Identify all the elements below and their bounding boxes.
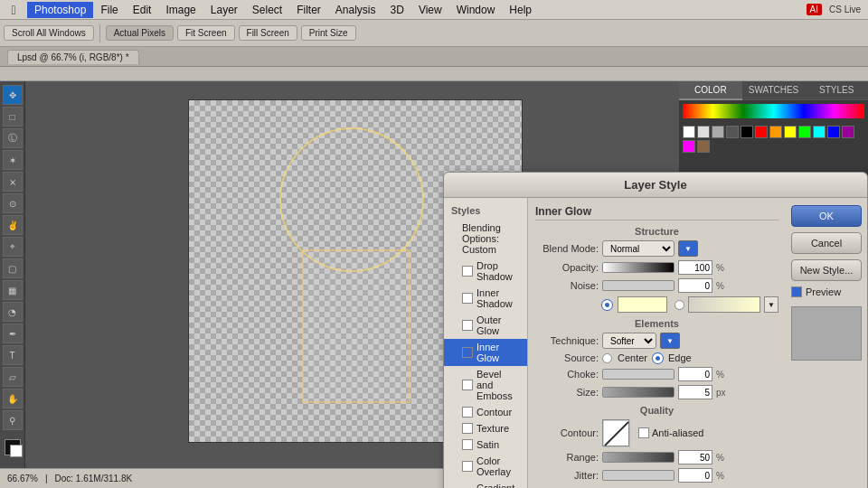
new-style-button[interactable]: New Style... (791, 259, 862, 281)
marquee-tool[interactable]: □ (3, 107, 23, 127)
lasso-tool[interactable]: Ⓛ (3, 128, 23, 148)
cancel-button[interactable]: Cancel (791, 232, 862, 254)
outer-glow-checkbox[interactable] (462, 320, 473, 331)
gradient-tool[interactable]: ▦ (3, 280, 23, 300)
swatch-darkgray[interactable] (726, 126, 739, 138)
menu-3d[interactable]: 3D (383, 2, 411, 18)
inner-glow-checkbox[interactable] (462, 347, 473, 358)
contour-checkbox[interactable] (462, 407, 473, 418)
swatch-yellow[interactable] (784, 126, 797, 138)
menu-select[interactable]: Select (245, 2, 289, 18)
dodge-tool[interactable]: ◔ (3, 302, 23, 322)
noise-slider[interactable] (602, 280, 675, 291)
gradient-radio[interactable] (675, 300, 684, 310)
glow-color-preview[interactable] (618, 296, 667, 313)
swatch-purple[interactable] (842, 126, 854, 138)
pen-tool[interactable]: ✒ (3, 324, 23, 343)
style-satin[interactable]: Satin (444, 436, 527, 453)
choke-input[interactable] (678, 367, 712, 381)
style-contour[interactable]: Contour (444, 404, 527, 420)
source-edge-radio[interactable] (653, 353, 663, 363)
menu-file[interactable]: File (93, 2, 125, 18)
opacity-input[interactable] (678, 260, 712, 275)
menu-photoshop[interactable]: Photoshop (27, 2, 93, 18)
source-center-radio[interactable] (602, 353, 612, 363)
swatch-white[interactable] (683, 126, 695, 138)
menu-layer[interactable]: Layer (203, 2, 245, 18)
hand-tool[interactable]: ✋ (3, 389, 23, 408)
color-overlay-checkbox[interactable] (462, 461, 473, 472)
contour-preview[interactable] (602, 419, 629, 446)
satin-checkbox[interactable] (462, 439, 473, 450)
style-bevel-emboss[interactable]: Bevel and Emboss (444, 366, 527, 404)
gradient-arrow[interactable]: ▼ (764, 296, 778, 313)
print-size-btn[interactable]: Print Size (301, 25, 356, 41)
fill-screen-btn[interactable]: Fill Screen (239, 25, 297, 41)
swatch-green[interactable] (798, 126, 811, 138)
zoom-tool[interactable]: ⚲ (3, 410, 23, 430)
blend-mode-select[interactable]: Normal (602, 240, 675, 257)
swatch-gray[interactable] (712, 126, 724, 138)
brush-tool[interactable]: ✌ (3, 215, 23, 235)
swatch-brown[interactable] (697, 140, 710, 153)
color-spectrum-bar[interactable] (683, 104, 864, 118)
texture-checkbox[interactable] (462, 423, 473, 434)
crop-tool[interactable]: ⨯ (3, 172, 23, 192)
noise-input[interactable] (678, 278, 712, 293)
inner-shadow-checkbox[interactable] (462, 293, 473, 304)
tab-color[interactable]: COLOR (679, 81, 742, 100)
style-drop-shadow[interactable]: Drop Shadow (444, 258, 527, 285)
move-tool[interactable]: ✥ (3, 85, 23, 105)
menu-edit[interactable]: Edit (126, 2, 159, 18)
range-slider[interactable] (602, 452, 675, 463)
style-blending-options[interactable]: Blending Options: Custom (444, 220, 527, 258)
eraser-tool[interactable]: ▢ (3, 258, 23, 278)
menu-window[interactable]: Window (449, 2, 503, 18)
text-tool[interactable]: T (3, 345, 23, 365)
size-input[interactable] (678, 385, 712, 399)
technique-arrow[interactable]: ▼ (660, 333, 680, 349)
blend-mode-arrow[interactable]: ▼ (678, 240, 698, 257)
size-slider[interactable] (602, 387, 675, 398)
background-color[interactable] (10, 445, 23, 457)
menu-image[interactable]: Image (158, 2, 203, 18)
jitter-slider[interactable] (602, 470, 675, 481)
clone-tool[interactable]: ⌖ (3, 237, 23, 257)
foreground-color[interactable] (5, 439, 21, 455)
swatch-red[interactable] (755, 126, 768, 138)
menu-filter[interactable]: Filter (289, 2, 328, 18)
swatch-cyan[interactable] (813, 126, 826, 138)
tab-styles[interactable]: STYLES (805, 81, 868, 100)
color-radio[interactable] (602, 300, 612, 310)
jitter-input[interactable] (678, 468, 712, 483)
document-tab[interactable]: Lpsd @ 66.7% (i, RGB/8*) * (7, 50, 139, 64)
menu-help[interactable]: Help (502, 2, 539, 18)
style-outer-glow[interactable]: Outer Glow (444, 312, 527, 339)
style-texture[interactable]: Texture (444, 420, 527, 436)
style-gradient-overlay[interactable]: Gradient Overlay (444, 480, 527, 488)
swatch-magenta[interactable] (683, 140, 695, 153)
choke-slider[interactable] (602, 369, 675, 380)
ok-button[interactable]: OK (791, 205, 862, 227)
eyedropper-tool[interactable]: ⊙ (3, 193, 23, 213)
style-color-overlay[interactable]: Color Overlay (444, 453, 527, 480)
tab-swatches[interactable]: SWATCHES (742, 81, 806, 100)
magic-wand-tool[interactable]: ✶ (3, 150, 23, 170)
drop-shadow-checkbox[interactable] (462, 266, 473, 277)
style-inner-glow[interactable]: Inner Glow (444, 339, 527, 366)
style-inner-shadow[interactable]: Inner Shadow (444, 285, 527, 312)
actual-pixels-btn[interactable]: Actual Pixels (106, 25, 174, 41)
shape-tool[interactable]: ▱ (3, 367, 23, 387)
apple-menu[interactable]:  (0, 3, 27, 17)
gradient-preview[interactable] (688, 296, 760, 313)
menu-analysis[interactable]: Analysis (328, 2, 383, 18)
technique-select[interactable]: Softer (602, 333, 656, 349)
swatch-black[interactable] (741, 126, 753, 138)
bevel-emboss-checkbox[interactable] (462, 380, 473, 390)
opacity-slider[interactable] (602, 262, 675, 273)
preview-checkbox[interactable] (791, 286, 802, 297)
fit-screen-btn[interactable]: Fit Screen (177, 25, 235, 41)
swatch-orange[interactable] (769, 126, 782, 138)
menu-view[interactable]: View (411, 2, 449, 18)
swatch-lightgray[interactable] (697, 126, 710, 138)
